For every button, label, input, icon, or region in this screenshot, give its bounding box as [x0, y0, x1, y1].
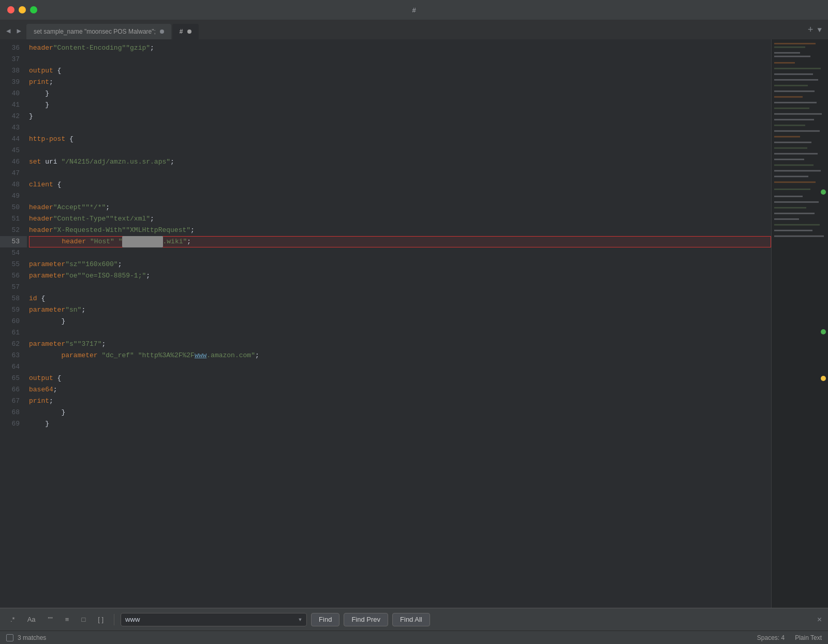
line-number-68: 68 [0, 407, 27, 418]
code-line-36: header "Content-Encoding" "gzip"; [29, 42, 771, 54]
line-number-54: 54 [0, 247, 27, 259]
tab-0[interactable]: set sample_name "moonsec POS Malware"; [26, 24, 171, 39]
code-line-56: parameter "oe" "oe=ISO-8859-1;"; [29, 270, 771, 282]
svg-rect-19 [774, 148, 807, 149]
code-line-58: id { [29, 293, 771, 304]
minimize-button[interactable] [19, 6, 26, 13]
code-editor[interactable]: 3637383940414243444546474849505152535455… [0, 39, 771, 608]
svg-rect-32 [774, 224, 820, 226]
code-line-59: parameter "sn"; [29, 304, 771, 316]
svg-rect-31 [774, 218, 799, 220]
line-number-38: 38 [0, 65, 27, 77]
find-input-wrap: ▾ [121, 613, 307, 626]
close-button[interactable] [7, 6, 14, 13]
status-right: Spaces: 4 Plain Text [757, 634, 822, 641]
status-matches: 3 matches [18, 634, 46, 641]
code-line-67: print; [29, 396, 771, 407]
svg-rect-24 [774, 176, 808, 178]
maximize-button[interactable] [30, 6, 37, 13]
svg-rect-0 [774, 43, 816, 45]
svg-rect-11 [774, 102, 817, 104]
code-line-50: header "Accept" "*/*"; [29, 202, 771, 213]
window-title: # [412, 6, 416, 14]
code-line-63: parameter "dc_ref" "http%3A%2F%2Fwww.ama… [29, 350, 771, 361]
code-line-69: } [29, 418, 771, 430]
bracket-toggle[interactable]: [ ] [94, 613, 108, 625]
svg-rect-26 [774, 188, 810, 190]
minimap-dot-yellow [821, 376, 826, 381]
svg-rect-17 [774, 136, 800, 138]
code-line-60: } [29, 316, 771, 327]
code-line-46: set uri "/N4215/adj/amzn.us.sr.aps"; [29, 156, 771, 168]
status-checkbox[interactable] [6, 634, 13, 641]
svg-rect-28 [774, 201, 819, 203]
code-line-43 [29, 122, 771, 134]
find-input[interactable] [125, 616, 296, 623]
svg-rect-1 [774, 47, 805, 48]
svg-rect-30 [774, 213, 815, 214]
regex-toggle[interactable]: .* [6, 613, 19, 625]
code-line-40: } [29, 88, 771, 99]
svg-rect-4 [774, 62, 795, 64]
svg-rect-23 [774, 170, 821, 172]
status-bar: 3 matches Spaces: 4 Plain Text [0, 631, 828, 644]
find-button[interactable]: Find [311, 613, 339, 626]
tab-0-dot [160, 30, 164, 34]
indent-toggle[interactable]: ≡ [61, 613, 73, 625]
code-line-45 [29, 145, 771, 156]
svg-rect-2 [774, 52, 800, 54]
svg-rect-14 [774, 119, 814, 121]
syntax-indicator[interactable]: Plain Text [795, 634, 822, 641]
line-number-51: 51 [0, 213, 27, 225]
code-line-51: header "Content-Type" "text/xml"; [29, 213, 771, 225]
tab-prev-arrow[interactable]: ◀ [4, 25, 12, 36]
code-line-38: output { [29, 65, 771, 77]
code-line-65: output { [29, 373, 771, 384]
code-line-57 [29, 282, 771, 293]
case-toggle[interactable]: Aa [23, 613, 40, 625]
svg-rect-33 [774, 230, 812, 231]
minimap-dot-green-2 [821, 329, 826, 334]
tab-1[interactable]: # [172, 24, 199, 39]
find-close-button[interactable]: ✕ [817, 614, 822, 624]
spaces-indicator[interactable]: Spaces: 4 [757, 634, 785, 641]
svg-rect-34 [774, 236, 824, 237]
svg-rect-8 [774, 85, 808, 86]
code-line-54 [29, 247, 771, 259]
line-number-36: 36 [0, 42, 27, 54]
code-line-41: } [29, 99, 771, 111]
line-number-67: 67 [0, 396, 27, 407]
line-number-59: 59 [0, 304, 27, 316]
code-line-61 [29, 327, 771, 339]
status-left: 3 matches [6, 634, 46, 641]
quote-toggle[interactable]: "" [44, 613, 57, 625]
line-number-42: 42 [0, 111, 27, 122]
line-number-41: 41 [0, 99, 27, 111]
add-tab-button[interactable]: + [808, 25, 814, 35]
code-line-44: http-post { [29, 134, 771, 145]
svg-rect-9 [774, 91, 815, 92]
tab-bar-right: + ▼ [808, 25, 822, 35]
line-number-64: 64 [0, 361, 27, 373]
find-dropdown-icon[interactable]: ▾ [298, 615, 302, 624]
rect-toggle[interactable]: □ [77, 613, 90, 625]
code-line-53: header "Host" "■■■■■■■■■■.wiki"; [29, 236, 771, 247]
line-number-55: 55 [0, 259, 27, 270]
tab-next-arrow[interactable]: ▶ [14, 25, 23, 36]
tab-1-dot [187, 30, 191, 34]
code-line-39: print; [29, 77, 771, 88]
code-line-66: base64; [29, 384, 771, 396]
svg-rect-29 [774, 207, 806, 209]
find-bar: .* Aa "" ≡ □ [ ] ▾ Find Find Prev Find A… [0, 608, 828, 631]
svg-rect-18 [774, 142, 811, 143]
tabs-menu-button[interactable]: ▼ [818, 26, 822, 34]
code-line-49 [29, 191, 771, 202]
line-number-44: 44 [0, 134, 27, 145]
code-line-47 [29, 168, 771, 179]
line-number-47: 47 [0, 168, 27, 179]
svg-rect-20 [774, 153, 818, 155]
code-line-48: client { [29, 179, 771, 191]
find-prev-button[interactable]: Find Prev [344, 613, 388, 626]
find-all-button[interactable]: Find All [392, 613, 430, 626]
svg-rect-7 [774, 79, 818, 81]
